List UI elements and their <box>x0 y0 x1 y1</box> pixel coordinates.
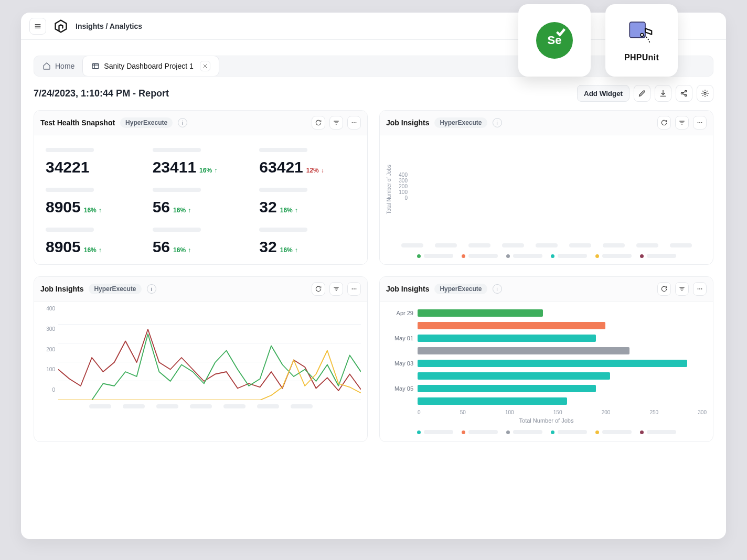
card-title: Job Insights <box>386 285 429 293</box>
svg-point-26 <box>699 122 700 123</box>
card-job-insights-line: Job Insights HyperExecute i 400300200100… <box>34 276 368 442</box>
stat-value: 56 <box>153 198 170 216</box>
stat-value: 34221 <box>46 158 89 176</box>
stat-delta: 12%↓ <box>306 167 324 174</box>
svg-point-15 <box>704 92 706 94</box>
svg-line-13 <box>682 92 685 93</box>
add-widget-button[interactable]: Add Widget <box>577 85 629 102</box>
refresh-icon[interactable] <box>312 116 325 130</box>
tab-close-button[interactable] <box>200 61 210 71</box>
more-icon[interactable] <box>693 116 707 130</box>
download-button[interactable] <box>655 85 671 102</box>
legend-item <box>640 430 676 434</box>
share-button[interactable] <box>676 85 692 102</box>
hbar-row <box>386 371 707 381</box>
filter-icon[interactable] <box>675 282 689 296</box>
more-icon[interactable] <box>347 282 361 296</box>
svg-point-27 <box>701 122 702 123</box>
legend-item <box>462 254 498 258</box>
info-icon[interactable]: i <box>147 284 156 294</box>
more-icon[interactable] <box>693 282 707 296</box>
legend-item <box>506 430 542 434</box>
stat-item: 34221 <box>45 145 143 179</box>
tab-project[interactable]: Sanity Dashboard Project 1 <box>82 56 219 77</box>
refresh-icon[interactable] <box>312 282 325 296</box>
stat-item: 6342112%↓ <box>258 145 357 179</box>
refresh-icon[interactable] <box>657 282 671 296</box>
stat-value: 23411 <box>153 158 196 176</box>
legend-item <box>551 254 587 258</box>
hbar-category: May 03 <box>386 360 413 367</box>
legend-item <box>595 254 632 258</box>
info-icon[interactable]: i <box>178 118 187 127</box>
hamburger-button[interactable] <box>29 18 46 35</box>
svg-point-39 <box>701 288 702 289</box>
svg-point-33 <box>356 288 357 289</box>
app: Insights / Analytics Home Sanity Dashboa… <box>21 13 726 539</box>
phpunit-label: PHPUnit <box>624 53 659 62</box>
bar-chart-plot <box>411 139 707 239</box>
stat-value: 56 <box>153 238 170 255</box>
legend <box>386 430 707 434</box>
selenium-icon: Se <box>536 22 573 59</box>
stat-item: 890516%↑ <box>45 185 143 219</box>
hbar-rows: Apr 29May 01May 03May 05 <box>386 308 707 406</box>
hbar-category: May 05 <box>386 385 413 392</box>
hbar-category: Apr 29 <box>386 310 413 316</box>
svg-point-37 <box>698 288 699 289</box>
info-icon[interactable]: i <box>493 118 502 127</box>
card-test-health-snapshot: Test Health Snapshot HyperExecute i 3422… <box>34 110 368 265</box>
hbar-row <box>386 346 707 356</box>
breadcrumb: Insights / Analytics <box>76 22 142 30</box>
stat-item: 890516%↑ <box>45 224 143 259</box>
phpunit-card: PHPUnit <box>605 4 678 77</box>
selenium-card: Se <box>518 4 591 77</box>
card-chip: HyperExecute <box>434 284 487 294</box>
tab-home[interactable]: Home <box>34 56 83 76</box>
card-chip: HyperExecute <box>89 284 141 294</box>
more-icon[interactable] <box>347 116 361 130</box>
stat-value: 8905 <box>46 198 81 216</box>
stat-delta: 16%↑ <box>280 246 298 254</box>
svg-point-38 <box>699 288 700 289</box>
hbar-bar <box>418 322 605 329</box>
filter-icon[interactable] <box>329 282 343 296</box>
info-icon[interactable]: i <box>493 284 502 294</box>
svg-point-32 <box>354 288 355 289</box>
hbar-bar <box>418 397 567 405</box>
app-logo-icon <box>54 19 68 34</box>
hbar-row: Apr 29 <box>386 308 707 318</box>
legend-item <box>506 254 542 258</box>
report-actions: Add Widget <box>577 85 713 102</box>
svg-rect-5 <box>92 63 99 68</box>
stat-delta: 16%↑ <box>199 167 217 174</box>
stat-value: 32 <box>259 198 276 216</box>
hbar-category: May 01 <box>386 335 413 341</box>
settings-button[interactable] <box>697 85 713 102</box>
card-title: Test Health Snapshot <box>40 119 115 127</box>
refresh-icon[interactable] <box>657 116 671 130</box>
stat-item: 3216%↑ <box>258 224 357 259</box>
stat-item: 2341116%↑ <box>152 145 250 179</box>
floating-logos: Se PHPUnit <box>518 4 678 77</box>
hbar-row <box>386 396 707 406</box>
hbar-bar <box>418 335 596 342</box>
card-job-insights-bar: Job Insights HyperExecute i Total Number… <box>379 110 713 265</box>
edit-button[interactable] <box>634 85 650 102</box>
stat-delta: 16%↑ <box>173 207 191 214</box>
svg-point-19 <box>352 122 353 123</box>
card-job-insights-hbar: Job Insights HyperExecute i Apr 29May 01… <box>379 276 713 442</box>
stat-delta: 16%↑ <box>173 246 191 254</box>
hbar-bar <box>418 385 596 392</box>
filter-icon[interactable] <box>329 116 343 130</box>
hbar-bar <box>418 309 543 317</box>
hbar-row: May 03 <box>386 358 707 369</box>
svg-point-21 <box>356 122 357 123</box>
stat-item: 5616%↑ <box>152 224 250 259</box>
stat-delta: 16%↑ <box>280 207 298 214</box>
page-title: 7/24/2023, 1:10:44 PM - Report <box>34 88 169 99</box>
x-axis-label: Total Number of Jobs <box>386 417 707 424</box>
filter-icon[interactable] <box>675 116 689 130</box>
card-chip: HyperExecute <box>120 117 173 128</box>
svg-point-31 <box>352 288 353 289</box>
